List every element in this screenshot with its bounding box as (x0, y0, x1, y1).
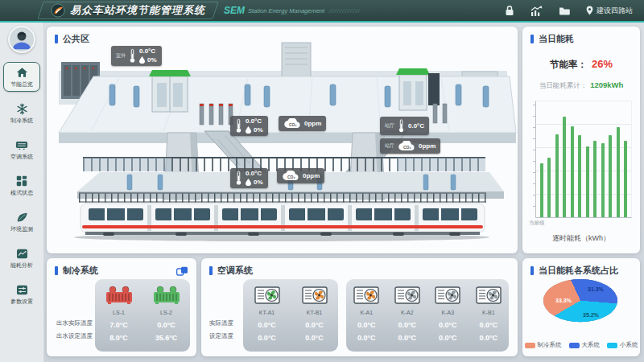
panel-daily-energy: 当日能耗 节能率： 26% 当日能耗累计： 1209kWh 当前值 逐时能耗（k… (522, 27, 640, 253)
trend-icon[interactable] (530, 6, 543, 16)
ahu-actual-temp: 0.0°C (427, 319, 469, 331)
home-icon (16, 66, 28, 79)
hall-humidity-value: 0% (254, 127, 263, 134)
ahu-name: KT-B1 (291, 306, 338, 319)
sidebar-nav: 节能总览 制冷系统 (3, 62, 40, 309)
sidebar-item-parameter-settings[interactable]: 参数设置 (3, 279, 40, 309)
energy-share-pie-chart: 31.3% 33.3% 35.2% (543, 279, 617, 332)
outdoor-humidity-value: 0% (147, 57, 157, 64)
app-root: 易众车站环境节能管理系统 SEM Station Energy Manageme… (0, 0, 644, 362)
pie-label-big-system: 31.3% (588, 286, 604, 292)
ahu-set-temp: 0.0°C (243, 331, 291, 344)
title-bullet (530, 266, 534, 275)
sensor-location-label: 站厅 (385, 122, 394, 130)
fan-unit-icon (346, 284, 387, 306)
legend-item-small-system: 小系统 (607, 341, 638, 349)
panel-title: 当日能耗各系统占比 (539, 265, 618, 277)
chart-axis-note: 当前值 (529, 220, 640, 227)
ahu-name: KT-A1 (243, 306, 291, 319)
mode-grid-icon (16, 175, 27, 187)
ahu-set-temp: 0.0°C (469, 331, 510, 344)
lock-icon[interactable] (505, 5, 514, 16)
panel-title-row: 空调系统 (201, 258, 518, 280)
settings-icon (16, 283, 28, 296)
co2-cloud-icon: CO₂ (398, 141, 415, 151)
station-selector[interactable]: 建设四路站 (586, 6, 633, 16)
ahu-actual-temp: 0.0°C (387, 319, 428, 331)
analysis-icon (16, 247, 28, 260)
hall-co2-value: 0ppm (304, 121, 321, 127)
humidity-icon (246, 179, 251, 186)
svg-text:CO₂: CO₂ (289, 122, 297, 127)
fan-unit-icon (469, 284, 510, 306)
total-energy-label: 当日能耗累计： (539, 81, 588, 91)
app-subtitle-abbr: SEM (224, 5, 245, 16)
header-actions: 建设四路站 (505, 5, 633, 16)
sidebar-item-mode-status[interactable]: 模式状态 (3, 171, 40, 200)
ahu-actual-temp: 0.0°C (243, 319, 291, 331)
legend-label: 制冷系统 (538, 341, 562, 349)
station-name: 建设四路站 (597, 6, 633, 16)
humidity-icon (246, 126, 251, 134)
sidebar-item-cooling-system[interactable]: 制冷系统 (3, 98, 40, 128)
sidebar: 节能总览 制冷系统 (0, 23, 44, 362)
top-header: 易众车站环境节能管理系统 SEM Station Energy Manageme… (0, 0, 644, 23)
sidebar-item-energy-overview[interactable]: 节能总览 (3, 62, 40, 92)
sidebar-item-energy-analysis[interactable]: 能耗分析 (3, 243, 40, 273)
fan-unit-icon (291, 284, 338, 306)
folder-icon[interactable] (559, 6, 570, 15)
thermometer-icon (235, 118, 242, 134)
pie-face (543, 279, 617, 322)
ahu-actual-temp: 0.0°C (291, 319, 338, 331)
pie-label-cooling: 33.3% (555, 298, 572, 303)
chiller-unit-icon (95, 284, 142, 306)
panel-title: 当日能耗 (539, 33, 574, 45)
panel-title: 制冷系统 (63, 265, 98, 277)
fan-unit-icon (387, 284, 428, 306)
hvac-row-label: 设定温度 (209, 332, 233, 340)
legend-swatch (569, 343, 580, 348)
ahu-name: K-A1 (346, 306, 387, 319)
platform-humidity-value: 0% (254, 179, 263, 186)
sidebar-item-label: 能耗分析 (10, 261, 33, 269)
panel-hvac-system: 空调系统 实际温度 设定温度 (201, 258, 518, 356)
compare-cards-icon (176, 266, 188, 276)
chiller-set-temp: 8.0°C (95, 331, 142, 344)
sensor-chip-hall-co2: CO₂ 0ppm (279, 116, 326, 131)
co2-cloud-icon: CO₂ (282, 171, 299, 181)
panel-public-area: 公共区 (47, 27, 518, 253)
fan-unit-icon (243, 284, 291, 306)
user-avatar-icon (10, 27, 34, 51)
ahu-group-2-card: K-A1 K-A2 K-A3 K-B1 0.0°C 0.0°C 0.0°C 0.… (346, 279, 509, 352)
hall-temp-value: 0.0°C (246, 118, 262, 125)
brand: 易众车站环境节能管理系统 SEM Station Energy Manageme… (40, 2, 361, 19)
saving-rate-row: 节能率： 26% (522, 58, 640, 71)
svg-text:CO₂: CO₂ (403, 145, 411, 150)
chiller-card: LS-1 LS-2 7.0°C 0.0°C 8.0°C 35.6°C (95, 279, 190, 352)
cooling-row-label: 出水设定温度 (56, 332, 93, 340)
thermometer-icon (129, 48, 136, 64)
sidebar-item-hvac-system[interactable]: 空调系统 (3, 134, 40, 164)
chiller-set-temp: 35.6°C (142, 331, 190, 344)
energy-bar-chart-bars (536, 101, 631, 217)
cooling-detail-button[interactable] (176, 266, 188, 276)
panel-title-row: 制冷系统 (47, 258, 196, 280)
location-icon (586, 6, 593, 15)
ahu-set-temp: 0.0°C (291, 331, 338, 344)
saving-rate-label: 节能率： (550, 59, 587, 71)
avatar[interactable] (8, 26, 35, 53)
platform-co2-value: 0ppm (303, 173, 320, 179)
sidebar-item-env-monitoring[interactable]: 环境监测 (3, 207, 40, 237)
hall-right-temp-value: 0.0°C (408, 123, 424, 130)
sidebar-item-label: 空调系统 (10, 153, 33, 161)
thermometer-icon (235, 171, 242, 186)
pie-legend: 制冷系统 大系统 小系统 (522, 341, 640, 349)
brand-frame: 易众车站环境节能管理系统 (37, 2, 218, 19)
sensor-chip-hall-right-co2: 站厅 CO₂ 0ppm (380, 138, 440, 154)
chiller-unit-icon (142, 284, 190, 306)
legend-label: 小系统 (620, 341, 638, 349)
legend-swatch (607, 343, 617, 348)
panel-energy-share: 当日能耗各系统占比 31.3% 33.3% 35.2% 制冷系统 大系统 小系统 (522, 258, 640, 356)
legend-label: 大系统 (582, 341, 601, 349)
ahu-set-temp: 0.0°C (427, 331, 469, 344)
